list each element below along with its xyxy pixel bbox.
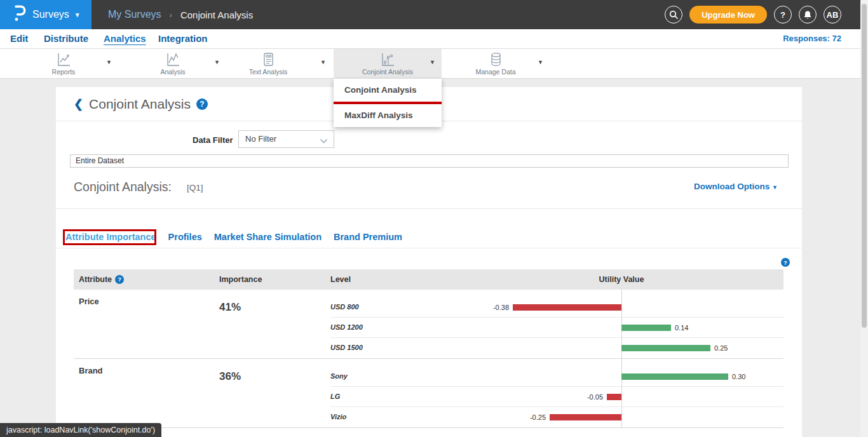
conjoint-analysis-panel: ❮ Conjoint Analysis ? Data Filter No Fil… (56, 87, 802, 437)
text-analysis-icon (230, 51, 306, 67)
page-help-icon[interactable]: ? (196, 98, 208, 110)
utility-bar (513, 304, 621, 311)
attribute-group: Brand36%Sony0.30LG-0.05Vizio-0.25 (74, 359, 783, 428)
download-options-button[interactable]: Download Options ▼ (694, 182, 778, 191)
level-row: USD 12000.14 (74, 318, 783, 338)
analysis-dropdown-caret[interactable]: ▼ (214, 59, 220, 65)
table-header: Attribute ? Importance Level Utility Val… (74, 269, 783, 290)
utility-value-label: 0.30 (732, 373, 745, 380)
conjoint-dropdown-menu: Conjoint Analysis MaxDiff Analysis (334, 79, 442, 127)
level-row: USD 800-0.38 (74, 290, 783, 318)
col-utility-value: Utility Value (577, 269, 666, 290)
responses-count: Responses: 72 (783, 29, 841, 48)
level-name: USD 800 (330, 303, 359, 311)
level-name: USD 1500 (330, 344, 363, 351)
conjoint-analysis-icon (349, 51, 426, 67)
toolbar-item-reports[interactable]: Reports (25, 51, 102, 76)
product-switcher[interactable]: Surveys ▼ (0, 0, 92, 29)
nav-integration[interactable]: Integration (158, 29, 208, 48)
text-analysis-dropdown-caret[interactable]: ▼ (320, 59, 326, 65)
breadcrumb-my-surveys[interactable]: My Surveys (108, 9, 161, 20)
utility-bar (550, 414, 621, 420)
toolbar-item-conjoint-analysis[interactable]: Conjoint Analysis (349, 51, 426, 76)
level-name: LG (330, 393, 340, 400)
tab-attribute-importance[interactable]: Attribute Importance (65, 232, 156, 242)
bell-icon (803, 10, 812, 20)
utility-bar (621, 373, 728, 380)
search-button[interactable] (665, 6, 682, 24)
level-row: Vizio-0.25 (74, 407, 783, 427)
tab-market-share-simulation[interactable]: Market Share Simulation (214, 232, 322, 242)
top-header: Surveys ▼ My Surveys › Conjoint Analysis… (0, 0, 860, 29)
data-filter-select[interactable]: No Filter (238, 130, 334, 148)
upgrade-now-button[interactable]: Upgrade Now (689, 6, 767, 24)
data-filter-label: Data Filter (193, 135, 233, 145)
toolbar-item-analysis[interactable]: Analysis (135, 51, 211, 76)
header-actions: Upgrade Now ? AB (665, 6, 841, 24)
utility-value-label: -0.25 (530, 413, 546, 421)
chevron-down-icon: ▼ (74, 11, 81, 18)
back-button[interactable]: ❮ (74, 97, 83, 111)
search-icon (669, 10, 678, 19)
chevron-down-icon: ▼ (772, 184, 778, 191)
data-filter-value: No Filter (245, 131, 276, 147)
utility-table-body: Price41%USD 800-0.38USD 12000.14USD 1500… (74, 290, 783, 428)
chevron-down-icon (320, 135, 328, 147)
result-tabs: Attribute Importance Profiles Market Sha… (65, 232, 402, 242)
manage-data-icon (458, 51, 534, 67)
level-row: Sony0.30 (74, 359, 783, 387)
divider (56, 248, 802, 248)
utility-table: Attribute ? Importance Level Utility Val… (74, 269, 783, 428)
dataset-field[interactable]: Entire Dataset (70, 154, 789, 168)
help-button[interactable]: ? (774, 6, 792, 24)
section-title: Conjoint Analysis: (74, 180, 172, 194)
analytics-toolbar: Reports ▼ Analysis ▼ Text Analysis ▼ Con… (0, 49, 860, 79)
analysis-chart-icon (135, 51, 211, 67)
page-title: Conjoint Analysis (89, 97, 191, 112)
nav-edit[interactable]: Edit (10, 29, 28, 48)
conjoint-dropdown-caret[interactable]: ▼ (430, 59, 435, 65)
utility-bar (607, 394, 621, 400)
table-help-icon[interactable]: ? (781, 258, 790, 267)
menu-item-conjoint-analysis[interactable]: Conjoint Analysis (334, 79, 442, 102)
product-menu-label: Surveys (32, 9, 69, 20)
col-level: Level (330, 269, 351, 290)
attribute-group: Price41%USD 800-0.38USD 12000.14USD 1500… (74, 290, 783, 359)
scrollbar-thumb[interactable] (862, 4, 867, 328)
divider (56, 208, 802, 209)
reports-dropdown-caret[interactable]: ▼ (106, 59, 112, 65)
app-window: Surveys ▼ My Surveys › Conjoint Analysis… (0, 0, 868, 437)
toolbar-item-text-analysis[interactable]: Text Analysis (230, 51, 306, 76)
tab-brand-premium[interactable]: Brand Premium (334, 232, 402, 242)
level-name: USD 1200 (330, 323, 363, 331)
breadcrumb-current: Conjoint Analysis (180, 10, 253, 20)
level-name: Vizio (330, 413, 346, 420)
toolbar-item-manage-data[interactable]: Manage Data (458, 51, 534, 76)
col-attribute: Attribute ? (79, 269, 124, 290)
level-row: LG-0.05 (74, 387, 783, 407)
nav-analytics[interactable]: Analytics (104, 29, 146, 48)
notifications-button[interactable] (799, 6, 817, 24)
utility-value-label: -0.05 (587, 393, 603, 401)
breadcrumb: My Surveys › Conjoint Analysis (108, 0, 253, 29)
tab-profiles[interactable]: Profiles (168, 232, 202, 242)
reports-chart-icon (25, 51, 102, 67)
nav-distribute[interactable]: Distribute (44, 29, 88, 48)
level-row: USD 15000.25 (74, 338, 783, 358)
section-question-ref: [Q1] (187, 183, 203, 192)
survey-nav: Edit Distribute Analytics Integration Re… (0, 29, 860, 49)
utility-bar (621, 345, 710, 351)
menu-item-maxdiff-analysis[interactable]: MaxDiff Analysis (334, 104, 442, 127)
utility-bar (621, 325, 671, 331)
breadcrumb-separator-icon: › (170, 10, 172, 20)
attribute-help-icon[interactable]: ? (115, 275, 124, 284)
link-status-tooltip: javascript: loadNavLink('showConjoint.do… (0, 423, 161, 437)
utility-value-label: 0.14 (675, 324, 688, 332)
utility-value-label: -0.38 (493, 304, 509, 311)
utility-value-label: 0.25 (714, 344, 728, 352)
user-avatar[interactable]: AB (824, 6, 841, 24)
col-importance: Importance (219, 269, 262, 290)
level-name: Sony (330, 372, 348, 380)
manage-data-dropdown-caret[interactable]: ▼ (538, 59, 543, 65)
questionpro-logo-icon (13, 5, 26, 24)
